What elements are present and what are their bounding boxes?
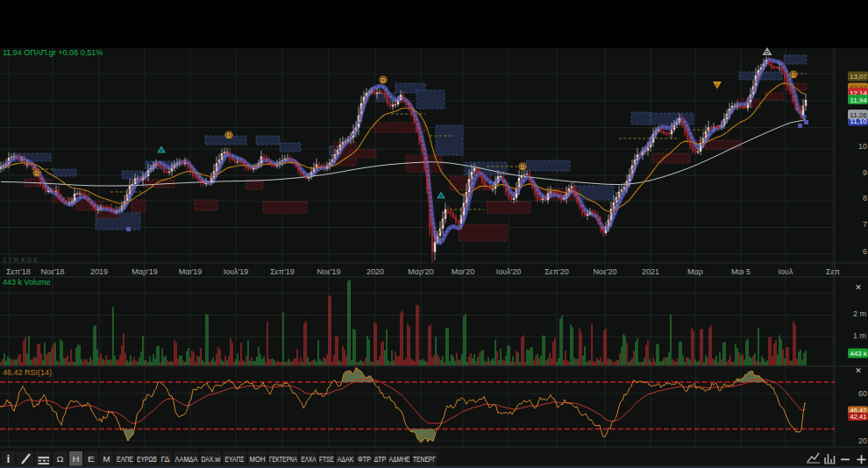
svg-text:ΕΛΠΕ: ΕΛΠΕ (117, 455, 133, 464)
svg-text:13,07: 13,07 (850, 73, 868, 81)
svg-text:i: i (7, 453, 10, 465)
svg-text:1 m: 1 m (853, 331, 866, 340)
svg-text:Ιουλ: Ιουλ (779, 267, 793, 276)
svg-text:D: D (35, 170, 39, 176)
svg-text:Νοε'20: Νοε'20 (593, 267, 616, 276)
svg-text:Ιουλ'19: Ιουλ'19 (224, 267, 249, 276)
svg-text:M: M (103, 455, 110, 464)
svg-text:2TRADE: 2TRADE (3, 256, 39, 264)
svg-text:8: 8 (863, 194, 867, 202)
svg-text:E: E (88, 455, 95, 464)
svg-text:ΓΔ: ΓΔ (161, 455, 170, 464)
svg-text:60: 60 (858, 389, 867, 398)
svg-text:2 m: 2 m (853, 309, 866, 318)
svg-text:ΕΥΑΠΣ: ΕΥΑΠΣ (225, 455, 245, 464)
svg-text:42,41: 42,41 (850, 413, 867, 421)
svg-text:9: 9 (863, 168, 867, 177)
svg-text:ΔΤΡ: ΔΤΡ (374, 455, 387, 464)
svg-text:ΤΕΝΕΡΓ: ΤΕΝΕΡΓ (413, 455, 436, 464)
svg-text:D: D (381, 77, 386, 83)
svg-text:Μαρ'20: Μαρ'20 (408, 267, 434, 276)
svg-text:ΑΔΜΗΕ: ΑΔΜΗΕ (389, 455, 410, 464)
svg-text:Μαι'19: Μαι'19 (179, 267, 202, 276)
svg-text:ΕΥΡΩΒ: ΕΥΡΩΒ (137, 455, 157, 464)
svg-text:!: ! (716, 82, 718, 88)
svg-text:2021: 2021 (642, 267, 659, 276)
svg-text:Σεπ'18: Σεπ'18 (6, 267, 31, 276)
svg-text:ΓΕΚΤΕΡΝΑ: ΓΕΚΤΕΡΝΑ (269, 455, 297, 464)
svg-text:Μαι'20: Μαι'20 (452, 267, 474, 276)
svg-text:7: 7 (863, 220, 867, 229)
svg-text:Νοε'19: Νοε'19 (317, 267, 340, 276)
svg-text:ΕΛΧΑ: ΕΛΧΑ (302, 455, 317, 464)
svg-text:20: 20 (858, 436, 867, 445)
svg-text:FTSE: FTSE (319, 455, 334, 464)
svg-text:Μαρ'19: Μαρ'19 (132, 267, 158, 276)
svg-text:DAX.wi: DAX.wi (202, 455, 221, 464)
svg-text:Νοε'18: Νοε'18 (40, 267, 64, 276)
svg-text:H: H (73, 455, 80, 464)
svg-text:Μαρ: Μαρ (687, 267, 703, 276)
svg-text:ΛΑΜΔΑ: ΛΑΜΔΑ (175, 455, 198, 464)
svg-text:11,94: 11,94 (850, 96, 867, 104)
svg-text:6: 6 (863, 247, 867, 256)
svg-text:443 k Volume: 443 k Volume (3, 278, 51, 287)
svg-text:Σεπ'20: Σεπ'20 (544, 267, 569, 276)
svg-text:D: D (227, 132, 231, 138)
svg-text:Μαι 5: Μαι 5 (731, 267, 751, 276)
svg-text:Ιουλ'20: Ιουλ'20 (496, 267, 522, 276)
svg-text:443 k: 443 k (850, 350, 868, 358)
svg-text:11,94 ΟΠΑΠ.gr +0,06 0,51%: 11,94 ΟΠΑΠ.gr +0,06 0,51% (3, 48, 103, 57)
svg-text:D: D (792, 72, 796, 78)
svg-text:ΦΤΡ: ΦΤΡ (358, 455, 371, 464)
svg-text:A: A (160, 148, 163, 153)
svg-text:ΑΔΑΚ: ΑΔΑΚ (338, 455, 354, 464)
svg-text:Σεπ: Σεπ (826, 267, 840, 276)
svg-text:2020: 2020 (366, 267, 384, 276)
svg-text:D: D (521, 164, 525, 170)
svg-text:✕: ✕ (855, 283, 862, 292)
svg-text:10: 10 (858, 142, 867, 151)
svg-text:A: A (439, 194, 443, 199)
svg-text:D: D (765, 50, 770, 55)
svg-text:Σεπ'19: Σεπ'19 (270, 267, 295, 276)
svg-text:ΜΟΗ: ΜΟΗ (250, 455, 266, 464)
svg-text:2019: 2019 (90, 267, 108, 276)
svg-text:46,42 RSI(14): 46,42 RSI(14) (3, 368, 52, 377)
svg-text:✕: ✕ (855, 366, 862, 375)
svg-text:11,26: 11,26 (850, 111, 867, 119)
svg-text:Ω: Ω (57, 455, 64, 464)
